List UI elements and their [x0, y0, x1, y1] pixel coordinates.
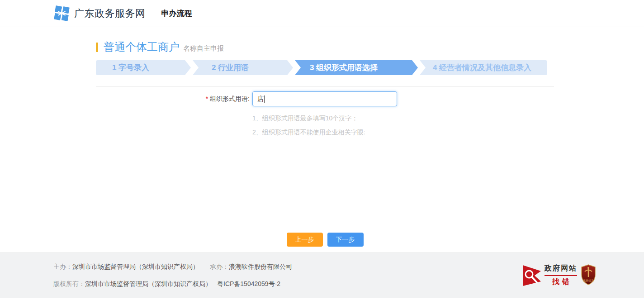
gov-site-find-error-badge[interactable]: 政府网站 找错	[523, 264, 577, 287]
pinwheel-logo-icon	[53, 5, 70, 22]
site-name: 广东政务服务网	[74, 7, 146, 20]
step-2: 2 行业用语	[193, 60, 293, 75]
hint-2: 2、组织形式用语不能使用企业相关字眼:	[252, 129, 554, 137]
hint-1: 1、组织形式用语最多填写10个汉字；	[252, 114, 554, 123]
required-asterisk: *	[206, 95, 208, 102]
copyright-value: 深圳市市场监督管理局（深圳市知识产权局）	[85, 280, 212, 287]
site-logo-link[interactable]: 广东政务服务网	[53, 5, 146, 22]
org-form-input-value: 店	[257, 95, 264, 103]
form-hints: 1、组织形式用语最多填写10个汉字； 2、组织形式用语不能使用企业相关字眼:	[252, 114, 554, 137]
find-error-line-2: 找错	[545, 277, 577, 287]
step-4: 4 经营者情况及其他信息录入	[420, 60, 547, 75]
org-form-row: *组织形式用语: 店	[96, 91, 554, 106]
header-nav-title: 申办流程	[161, 8, 192, 19]
step-3-active: 3 组织形式用语选择	[295, 60, 418, 75]
host-value: 深圳市市场监督管理局（深圳市知识产权局）	[72, 263, 199, 270]
undertake-value: 浪潮软件股份有限公司	[229, 263, 292, 270]
org-form-label: *组织形式用语:	[96, 95, 250, 103]
gov-shield-badge[interactable]: 党政机关	[581, 264, 596, 287]
header-divider	[154, 9, 154, 18]
page-subtitle: 名称自主申报	[183, 44, 224, 53]
next-step-button[interactable]: 下一步	[327, 233, 364, 247]
copyright-label: 版权所有：	[53, 280, 85, 287]
text-cursor	[264, 95, 265, 103]
page-title-row: 普通个体工商户 名称自主申报	[96, 27, 554, 54]
wizard-buttons: 上一步 下一步	[96, 233, 554, 247]
main-content: 普通个体工商户 名称自主申报 1 字号录入 2 行业用语 3 组织形式用语选择 …	[0, 27, 644, 253]
footer-text-block: 主办：深圳市市场监督管理局（深圳市知识产权局）承办：浪潮软件股份有限公司 版权所…	[53, 263, 292, 288]
footer-badges: 政府网站 找错 党政机关	[523, 264, 596, 287]
footer-line-1: 主办：深圳市市场监督管理局（深圳市知识产权局）承办：浪潮软件股份有限公司	[53, 263, 292, 271]
site-header: 广东政务服务网 申办流程	[0, 0, 644, 27]
org-form-input[interactable]: 店	[252, 91, 397, 106]
red-shield-icon: 党政机关	[581, 264, 596, 285]
host-label: 主办：	[53, 263, 72, 270]
content-divider	[96, 86, 554, 86]
page-title: 普通个体工商户	[104, 40, 180, 54]
page-footer: 主办：深圳市市场监督管理局（深圳市知识产权局）承办：浪潮软件股份有限公司 版权所…	[0, 253, 644, 298]
magnifier-flag-icon	[523, 265, 541, 286]
find-error-line-1: 政府网站	[545, 264, 577, 276]
icp-number: 粤ICP备15042059号-2	[217, 280, 280, 287]
prev-step-button[interactable]: 上一步	[287, 233, 323, 247]
undertake-label: 承办：	[210, 263, 229, 270]
title-accent-bar	[96, 43, 98, 52]
footer-line-2: 版权所有：深圳市市场监督管理局（深圳市知识产权局）粤ICP备15042059号-…	[53, 280, 292, 288]
find-error-badge-text: 政府网站 找错	[545, 264, 577, 287]
step-1: 1 字号录入	[96, 60, 191, 75]
org-form-label-text: 组织形式用语:	[210, 95, 250, 102]
wizard-steps: 1 字号录入 2 行业用语 3 组织形式用语选择 4 经营者情况及其他信息录入	[96, 60, 547, 75]
shield-badge-text: 党政机关	[583, 279, 594, 282]
